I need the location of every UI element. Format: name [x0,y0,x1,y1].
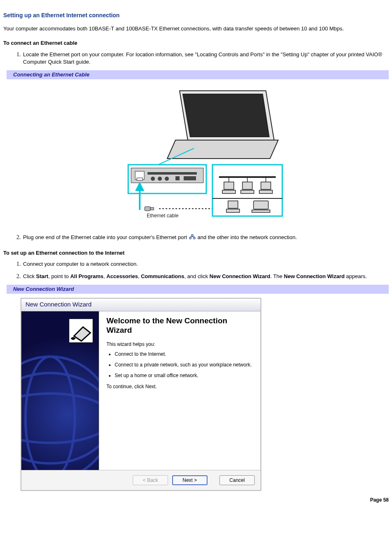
svg-rect-12 [184,176,196,180]
svg-rect-15 [145,207,150,211]
svg-rect-7 [148,172,197,175]
kw-accessories: Accessories [106,273,138,279]
step-a1: Locate the Ethernet port on your compute… [22,51,389,65]
svg-rect-31 [254,201,268,209]
section-setup-title: To set up an Ethernet connection to the … [3,249,389,257]
wizard-screenshot: New Connection Wizard [21,298,389,491]
back-button: < Back [133,475,168,485]
step-a2-text-a: Plug one end of the Ethernet cable into … [23,234,189,240]
svg-rect-22 [222,190,235,193]
cancel-button[interactable]: Cancel [219,475,255,485]
svg-point-9 [158,177,162,181]
wizard-button-row: < Back Next > Cancel [21,470,261,490]
step-a2-text-b: and the other into the network connectio… [197,234,297,240]
svg-marker-1 [183,94,269,137]
step-a2: Plug one end of the Ethernet cable into … [22,234,389,242]
svg-point-38 [21,394,99,443]
t: . The [270,273,284,279]
step-b2: Click Start, point to All Programs, Acce… [22,273,389,280]
wizard-continue-text: To continue, click Next. [106,383,254,390]
svg-point-40 [21,373,99,463]
svg-rect-25 [241,190,254,193]
ethernet-cable-label: Ethernet cable [147,213,179,218]
svg-rect-28 [259,190,272,193]
wizard-heading: Welcome to the New Connection Wizard [106,316,254,335]
step-b1: Connect your computer to a network conne… [22,260,389,268]
svg-rect-21 [224,182,234,189]
svg-rect-29 [228,201,238,208]
svg-rect-6 [137,178,143,180]
figure-caption-wizard: New Connection Wizard [3,285,389,294]
intro-paragraph: Your computer accommodates both 10BASE-T… [3,25,389,32]
kw-all-programs: All Programs [70,273,104,279]
svg-rect-34 [189,237,191,239]
svg-marker-2 [167,140,278,159]
t: , [138,273,141,279]
kw-wizard: New Connection Wizard [210,273,270,279]
svg-point-8 [151,177,155,181]
t: , and click [184,273,209,279]
t: Click [23,273,36,279]
wizard-sidebar-graphic [21,311,99,470]
svg-rect-36 [191,235,193,236]
svg-rect-32 [252,210,270,212]
wizard-bullet: Set up a home or small office network. [115,372,254,379]
kw-wizard2: New Connection Wizard [284,273,345,279]
ethernet-port-icon [189,234,196,242]
svg-rect-24 [242,182,252,189]
wizard-intro: This wizard helps you: [106,341,254,348]
wizard-bullet: Connect to a private network, such as yo… [115,362,254,368]
svg-point-10 [165,177,169,181]
steps-list-a2: Plug one end of the Ethernet cable into … [3,234,389,242]
section-connect-cable-title: To connect an Ethernet cable [3,39,389,47]
page-number: Page 58 [3,497,389,503]
svg-rect-30 [226,209,240,212]
next-button[interactable]: Next > [172,475,208,485]
steps-list-a: Locate the Ethernet port on your compute… [3,51,389,65]
figure-ethernet-cable: Ethernet cable [3,87,389,220]
svg-rect-16 [150,207,154,210]
page-title: Setting up an Ethernet Internet connecti… [3,12,389,19]
t: , point to [48,273,70,279]
t: , [104,273,106,279]
svg-rect-35 [194,237,195,239]
kw-communications: Communications [141,273,184,279]
steps-list-b: Connect your computer to a network conne… [3,260,389,280]
wizard-bullet: Connect to the Internet. [115,351,254,357]
wizard-window-title: New Connection Wizard [21,299,261,311]
kw-start: Start [36,273,48,279]
figure-caption-ethernet: Connecting an Ethernet Cable [3,70,389,79]
svg-rect-11 [175,176,180,180]
svg-rect-27 [261,182,271,189]
t: appears. [345,273,367,279]
ethernet-illustration: Ethernet cable [106,87,286,218]
wizard-bullet-list: Connect to the Internet. Connect to a pr… [108,351,254,383]
